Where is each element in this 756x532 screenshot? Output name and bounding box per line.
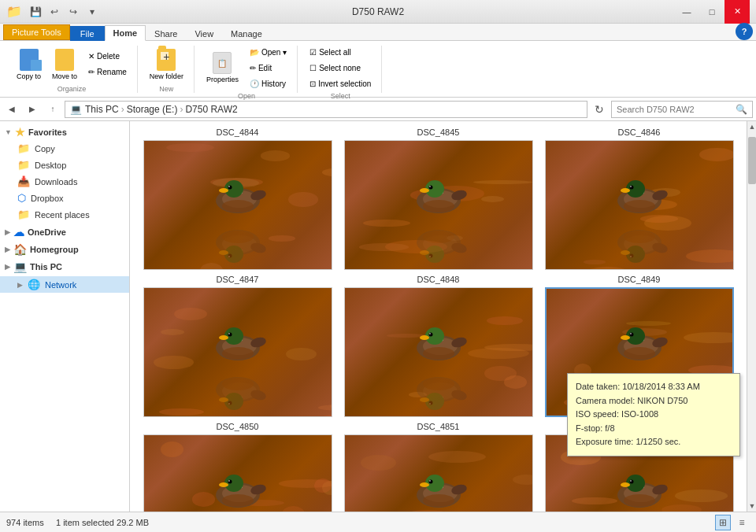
help-button[interactable]: ?	[736, 23, 753, 40]
ribbon-new-group: + New folder New	[139, 46, 195, 93]
image-label-dsc_4844: DSC_4844	[217, 127, 259, 137]
image-thumbnail-dsc_4850[interactable]	[143, 434, 332, 512]
ribbon-open-button[interactable]: 📂Open ▾	[246, 46, 291, 59]
minimize-button[interactable]: —	[674, 0, 699, 24]
image-cell-dsc_4851[interactable]: DSC_4851	[340, 422, 536, 512]
image-cell-dsc_4846[interactable]: DSC_4846	[541, 127, 737, 270]
svg-point-24	[429, 186, 431, 187]
sidebar-desktop-label: Desktop	[35, 161, 66, 170]
image-cell-dsc_4850[interactable]: DSC_4850	[139, 422, 335, 512]
svg-point-3	[224, 180, 243, 198]
ribbon-copy-to-button[interactable]: Copy to	[13, 46, 45, 83]
large-icons-view-button[interactable]: ⊞	[715, 515, 731, 530]
image-cell-dsc_4848[interactable]: DSC_4848	[340, 275, 536, 417]
sidebar-thispc-header[interactable]: ▶ 💻 This PC	[0, 259, 129, 275]
network-icon: 🌐	[28, 279, 40, 290]
sidebar-thispc-section: ▶ 💻 This PC	[0, 259, 129, 275]
forward-button[interactable]: ▶	[24, 101, 41, 118]
sidebar-recent-label: Recent places	[35, 210, 90, 220]
image-thumbnail-dsc_4844[interactable]	[143, 140, 332, 270]
image-cell-dsc_4844[interactable]: DSC_4844	[139, 127, 335, 270]
image-thumbnail-dsc_4847[interactable]	[143, 287, 332, 417]
sidebar-item-downloads[interactable]: 📥 Downloads	[0, 173, 129, 190]
onedrive-icon: ☁	[13, 226, 24, 238]
image-thumbnail-dsc_4845[interactable]	[344, 140, 533, 270]
ribbon-tab-view[interactable]: View	[186, 26, 222, 41]
svg-point-60	[228, 333, 230, 334]
sidebar-item-recent[interactable]: 📁 Recent places	[0, 206, 129, 223]
svg-point-134	[423, 494, 454, 507]
back-button[interactable]: ◀	[3, 101, 20, 118]
tooltip-exposure: Exposure time: 1/1250 sec.	[576, 435, 732, 449]
sidebar-onedrive-header[interactable]: ▶ ☁ OneDrive	[0, 224, 129, 240]
scroll-up-arrow[interactable]: ▲	[747, 121, 756, 132]
svg-point-76	[420, 335, 429, 340]
status-view-controls: ⊞ ≡	[715, 515, 750, 530]
sidebar-homegroup-header[interactable]: ▶ 🏠 Homegroup	[0, 242, 129, 257]
ribbon-tab-share[interactable]: Share	[146, 26, 186, 41]
ribbon-tab-picture-tools[interactable]: Picture Tools	[3, 24, 70, 40]
svg-point-67	[219, 397, 228, 402]
sidebar-favorites-label: Favorites	[28, 127, 67, 137]
scrollbar-thumb[interactable]	[748, 137, 756, 184]
svg-point-4	[219, 188, 228, 193]
ribbon-new-folder-button[interactable]: + New folder	[146, 46, 187, 83]
path-folder[interactable]: D750 RAW2	[185, 104, 237, 115]
svg-point-148	[621, 482, 630, 487]
details-view-button[interactable]: ≡	[734, 515, 750, 530]
ribbon-select-none-button[interactable]: ☐Select none	[306, 61, 375, 75]
title-bar: 📁 💾 ↩ ↪ ▾ D750 RAW2 — □ ✕	[0, 0, 756, 24]
image-thumbnail-dsc_4846[interactable]	[545, 140, 734, 270]
ribbon-delete-button[interactable]: ✕Delete	[84, 50, 131, 63]
qat-save-button[interactable]: 💾	[27, 3, 44, 20]
sidebar-dropbox-label: Dropbox	[31, 194, 64, 203]
image-cell-dsc_4845[interactable]: DSC_4845	[340, 127, 536, 270]
ribbon-edit-button[interactable]: ✏Edit	[246, 61, 291, 75]
sidebar-item-copy[interactable]: 📁 Copy	[0, 140, 129, 157]
image-label-dsc_4847: DSC_4847	[217, 275, 259, 284]
image-thumbnail-dsc_4851[interactable]	[344, 434, 533, 512]
image-label-dsc_4850: DSC_4850	[217, 422, 259, 431]
ribbon-tab-manage[interactable]: Manage	[222, 26, 271, 41]
refresh-button[interactable]: ↻	[591, 101, 608, 118]
ribbon-invert-button[interactable]: ⊡Invert selection	[306, 77, 375, 91]
qat-undo-button[interactable]: ↩	[46, 3, 63, 20]
sidebar-item-network[interactable]: ▶ 🌐 Network	[0, 276, 129, 293]
maximize-button[interactable]: □	[699, 0, 724, 24]
svg-point-114	[228, 480, 230, 482]
address-bar: ◀ ▶ ↑ 💻 This PC › Storage (E:) › D750 RA…	[0, 98, 756, 121]
svg-point-62	[222, 347, 254, 360]
svg-point-150	[630, 480, 632, 482]
svg-point-94	[621, 335, 630, 340]
image-thumbnail-dsc_4848[interactable]	[344, 287, 533, 417]
svg-point-59	[228, 332, 232, 336]
qat-dropdown-button[interactable]: ▾	[83, 3, 101, 20]
scroll-down-arrow[interactable]: ▼	[747, 501, 756, 512]
path-storage[interactable]: Storage (E:)	[127, 104, 178, 115]
sidebar-network-section: ▶ 🌐 Network	[0, 276, 129, 293]
ribbon-rename-button[interactable]: ✏Rename	[84, 65, 131, 79]
thispc-chevron: ▶	[5, 263, 10, 271]
window-controls: — □ ✕	[674, 0, 750, 24]
qat-redo-button[interactable]: ↪	[65, 3, 82, 20]
address-path[interactable]: 💻 This PC › Storage (E:) › D750 RAW2	[65, 101, 587, 118]
recent-folder-icon: 📁	[17, 209, 30, 220]
path-this-pc[interactable]: This PC	[85, 104, 119, 115]
svg-point-44	[624, 200, 655, 212]
close-button[interactable]: ✕	[724, 0, 750, 24]
sidebar-item-dropbox[interactable]: ⬡ Dropbox	[0, 190, 129, 206]
ribbon-tab-home[interactable]: Home	[105, 25, 146, 41]
ribbon-history-button[interactable]: 🕐History	[246, 77, 291, 91]
scrollbar-track[interactable]: ▲ ▼	[747, 121, 756, 512]
sidebar-favorites-header[interactable]: ▼ ★ Favorites	[0, 124, 129, 140]
search-input[interactable]	[617, 105, 732, 114]
ribbon-move-to-button[interactable]: Move to	[48, 46, 81, 83]
onedrive-chevron: ▶	[5, 228, 10, 236]
sidebar-item-desktop[interactable]: 📁 Desktop	[0, 157, 129, 173]
ribbon-tab-file[interactable]: File	[70, 26, 105, 41]
sidebar-onedrive-section: ▶ ☁ OneDrive	[0, 224, 129, 240]
ribbon-properties-button[interactable]: 📋 Properties	[202, 50, 243, 86]
up-button[interactable]: ↑	[44, 101, 61, 118]
image-cell-dsc_4847[interactable]: DSC_4847	[139, 275, 335, 417]
ribbon-select-all-button[interactable]: ☑Select all	[306, 46, 375, 59]
